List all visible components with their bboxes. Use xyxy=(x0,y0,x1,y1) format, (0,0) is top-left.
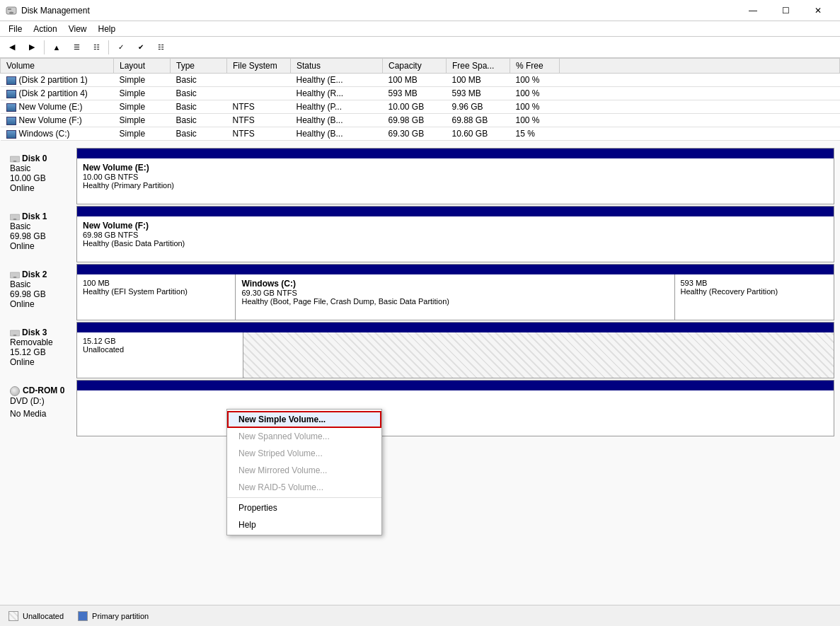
context-menu-item[interactable]: Properties xyxy=(227,499,381,516)
cell-layout: Simple xyxy=(114,127,171,141)
cell-pct: 15 % xyxy=(510,127,560,141)
col-free[interactable]: Free Spa... xyxy=(447,59,510,74)
partition[interactable]: 100 MB Healthy (EFI System Partition) xyxy=(77,274,236,320)
table-row[interactable]: New Volume (F:) Simple Basic NTFS Health… xyxy=(1,114,840,127)
menu-file[interactable]: File xyxy=(3,23,28,35)
window-controls[interactable]: — ☐ ✕ xyxy=(737,0,834,21)
disk-content: New Volume (F:) 69.98 GB NTFS Healthy (B… xyxy=(76,206,834,262)
cell-layout: Simple xyxy=(114,114,171,127)
context-menu[interactable]: New Simple Volume...New Spanned Volume..… xyxy=(226,409,382,535)
toolbar: ◀ ▶ ▲ ☰ ☷ ✓ ✔ ☷ xyxy=(0,37,840,58)
forward-button[interactable]: ▶ xyxy=(23,40,41,55)
check1-button[interactable]: ✓ xyxy=(112,40,130,55)
disk-partitions: New Volume (F:) 69.98 GB NTFS Healthy (B… xyxy=(77,216,834,262)
more-button[interactable]: ☷ xyxy=(151,40,170,55)
part-name: New Volume (F:) xyxy=(83,221,828,231)
table-row[interactable]: (Disk 2 partition 1) Simple Basic Health… xyxy=(1,74,840,87)
col-layout[interactable]: Layout xyxy=(114,59,171,74)
context-menu-item[interactable]: Help xyxy=(227,516,381,533)
check2-button[interactable]: ✔ xyxy=(132,40,150,55)
cell-layout: Simple xyxy=(114,100,171,114)
partition[interactable]: 15.12 GB Unallocated xyxy=(77,332,243,378)
cell-type: Basic xyxy=(171,127,227,141)
part-size: 593 MB xyxy=(681,279,828,287)
cell-layout: Simple xyxy=(114,74,171,87)
disk-label: Disk 1 Basic 69.98 GB Online xyxy=(6,206,76,262)
disk-partitions: 100 MB Healthy (EFI System Partition) Wi… xyxy=(77,274,834,320)
disk-type: Removable xyxy=(10,337,72,347)
cell-capacity: 69.98 GB xyxy=(383,114,447,127)
app-icon xyxy=(6,5,17,16)
table-row[interactable]: (Disk 2 partition 4) Simple Basic Health… xyxy=(1,87,840,100)
cell-type: Basic xyxy=(171,114,227,127)
maximize-button[interactable]: ☐ xyxy=(769,0,802,21)
legend-unallocated: Unallocated xyxy=(8,611,64,621)
disk-label: CD-ROM 0 DVD (D:) No Media xyxy=(6,380,76,436)
col-pct[interactable]: % Free xyxy=(510,59,560,74)
col-type[interactable]: Type xyxy=(171,59,227,74)
part-size: 69.30 GB NTFS xyxy=(241,289,668,297)
part-name: Windows (C:) xyxy=(241,279,668,289)
context-menu-item[interactable]: New Simple Volume... xyxy=(227,411,381,428)
disk-header-bar xyxy=(77,149,834,158)
cell-volume: New Volume (E:) xyxy=(1,100,114,114)
disk-status: No Media xyxy=(10,409,72,419)
col-fs[interactable]: File System xyxy=(227,59,291,74)
table-row[interactable]: Windows (C:) Simple Basic NTFS Healthy (… xyxy=(1,127,840,141)
cell-volume: (Disk 2 partition 4) xyxy=(1,87,114,100)
partition[interactable] xyxy=(243,332,834,378)
cell-status: Healthy (B... xyxy=(291,127,383,141)
disk-label: Disk 3 Removable 15.12 GB Online xyxy=(6,322,76,378)
partition[interactable]: New Volume (E:) 10.00 GB NTFS Healthy (P… xyxy=(77,158,834,204)
part-status: Healthy (Boot, Page File, Crash Dump, Ba… xyxy=(241,297,668,306)
properties-button[interactable]: ☰ xyxy=(67,40,86,55)
menu-view[interactable]: View xyxy=(63,23,93,35)
cell-pct: 100 % xyxy=(510,74,560,87)
close-button[interactable]: ✕ xyxy=(802,0,834,21)
cell-volume: (Disk 2 partition 1) xyxy=(1,74,114,87)
partition[interactable]: 593 MB Healthy (Recovery Partition) xyxy=(675,274,834,320)
disk-size: 15.12 GB xyxy=(10,347,72,357)
disk-row: CD-ROM 0 DVD (D:) No Media xyxy=(6,380,834,436)
disk-name: Disk 0 xyxy=(10,153,72,163)
menu-action[interactable]: Action xyxy=(28,23,62,35)
disk-size: 10.00 GB xyxy=(10,173,72,183)
col-status[interactable]: Status xyxy=(291,59,383,74)
context-menu-item: New Spanned Volume... xyxy=(227,428,381,445)
part-name: New Volume (E:) xyxy=(83,163,828,173)
partition[interactable]: Windows (C:) 69.30 GB NTFS Healthy (Boot… xyxy=(236,274,674,320)
disk-label: Disk 2 Basic 69.98 GB Online xyxy=(6,264,76,320)
table-row[interactable]: New Volume (E:) Simple Basic NTFS Health… xyxy=(1,100,840,114)
part-size: 100 MB xyxy=(83,279,229,287)
partition[interactable]: New Volume (F:) 69.98 GB NTFS Healthy (B… xyxy=(77,216,834,262)
menu-help[interactable]: Help xyxy=(93,23,122,35)
legend-unallocated-label: Unallocated xyxy=(23,612,64,620)
disk-type: Basic xyxy=(10,221,72,231)
disk-status: Online xyxy=(10,241,72,251)
menu-separator xyxy=(227,497,381,498)
cell-capacity: 100 MB xyxy=(383,74,447,87)
disk-content: New Volume (E:) 10.00 GB NTFS Healthy (P… xyxy=(76,148,834,204)
disk-status: Online xyxy=(10,299,72,309)
volume-table: Volume Layout Type File System Status Ca… xyxy=(0,58,840,141)
disk-header-bar xyxy=(77,323,834,332)
cell-volume: Windows (C:) xyxy=(1,127,114,141)
part-status: Unallocated xyxy=(83,345,237,354)
up-button[interactable]: ▲ xyxy=(47,40,66,55)
col-capacity[interactable]: Capacity xyxy=(383,59,447,74)
context-menu-item: New Mirrored Volume... xyxy=(227,462,381,479)
disk-content xyxy=(76,380,834,436)
svg-rect-2 xyxy=(8,8,11,10)
part-status: Healthy (EFI System Partition) xyxy=(83,287,229,296)
col-extra xyxy=(560,59,840,74)
disk-type: Basic xyxy=(10,163,72,173)
part-status: Healthy (Recovery Partition) xyxy=(681,287,828,296)
part-status: Healthy (Primary Partition) xyxy=(83,181,828,190)
disk-size: 69.98 GB xyxy=(10,231,72,241)
legend-unallocated-icon xyxy=(8,611,18,621)
minimize-button[interactable]: — xyxy=(737,0,769,21)
legend-primary-icon xyxy=(78,611,88,621)
back-button[interactable]: ◀ xyxy=(3,40,21,55)
col-volume[interactable]: Volume xyxy=(1,59,114,74)
show-hide-button[interactable]: ☷ xyxy=(87,40,105,55)
